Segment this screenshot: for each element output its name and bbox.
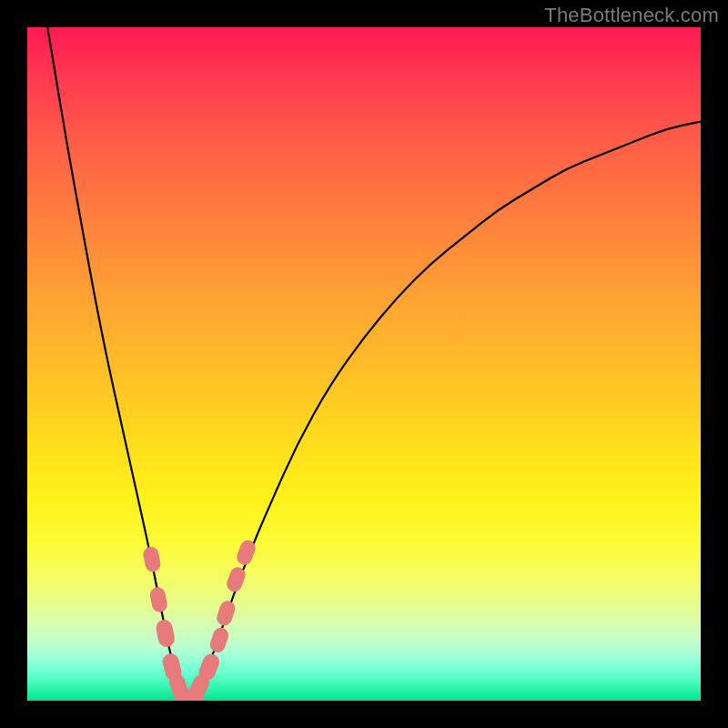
chart-frame: TheBottleneck.com bbox=[0, 0, 728, 728]
watermark-text: TheBottleneck.com bbox=[544, 4, 719, 27]
bottleneck-curve-canvas bbox=[27, 27, 701, 701]
plot-area bbox=[27, 27, 701, 701]
